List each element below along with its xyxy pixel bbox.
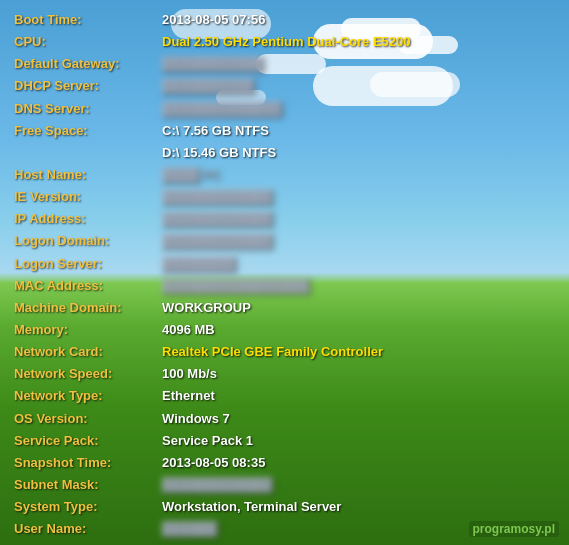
row-label: Boot Time:: [14, 10, 162, 30]
row-label: Network Speed:: [14, 364, 162, 384]
row-value: C:\ 48.83 GB NTFS: [162, 541, 555, 545]
row-value: C:\ 7.56 GB NTFS: [162, 121, 555, 141]
row-value: ███████████: [162, 54, 555, 74]
row-value: ████████████████: [162, 276, 555, 296]
row-label: Network Card:: [14, 342, 162, 362]
table-row: D:\ 15.46 GB NTFS: [14, 143, 555, 163]
row-label: Snapshot Time:: [14, 453, 162, 473]
row-label: Logon Domain:: [14, 231, 162, 251]
watermark: programosy.pl: [469, 521, 559, 537]
row-value: Workstation, Terminal Server: [162, 497, 555, 517]
table-row: Free Space:C:\ 7.56 GB NTFS: [14, 121, 555, 141]
row-value: 100 Mb/s: [162, 364, 555, 384]
info-panel: Boot Time:2013-08-05 07:56CPU:Dual 2.50 …: [0, 0, 569, 545]
table-row: Volumes:C:\ 48.83 GB NTFS: [14, 541, 555, 545]
table-row: CPU:Dual 2.50 GHz Pentium Dual-Core E520…: [14, 32, 555, 52]
row-value: Dual 2.50 GHz Pentium Dual-Core E5200: [162, 32, 555, 52]
table-row: IE Version:████████████: [14, 187, 555, 207]
row-label: Network Type:: [14, 386, 162, 406]
table-row: Boot Time:2013-08-05 07:56: [14, 10, 555, 30]
row-value: █████████████: [162, 99, 555, 119]
row-label: DHCP Server:: [14, 76, 162, 96]
row-label: DNS Server:: [14, 99, 162, 119]
row-label: System Type:: [14, 497, 162, 517]
table-row: DHCP Server:██████████: [14, 76, 555, 96]
row-value: ████████████: [162, 475, 555, 495]
row-label: Default Gateway:: [14, 54, 162, 74]
table-row: Machine Domain:WORKGROUP: [14, 298, 555, 318]
table-row: Default Gateway:███████████: [14, 54, 555, 74]
row-label: Service Pack:: [14, 431, 162, 451]
row-label: Volumes:: [14, 541, 162, 545]
table-row: MAC Address:████████████████: [14, 276, 555, 296]
row-value: 2013-08-05 07:56: [162, 10, 555, 30]
row-value: D:\ 15.46 GB NTFS: [162, 143, 555, 163]
row-label: Logon Server:: [14, 254, 162, 274]
row-value: Ethernet: [162, 386, 555, 406]
table-row: OS Version:Windows 7: [14, 409, 555, 429]
row-value: WORKGROUP: [162, 298, 555, 318]
row-label: CPU:: [14, 32, 162, 52]
table-row: System Type:Workstation, Terminal Server: [14, 497, 555, 517]
table-row: Logon Server:████████: [14, 254, 555, 274]
row-label: Memory:: [14, 320, 162, 340]
row-label: IP Address:: [14, 209, 162, 229]
table-row: Subnet Mask:████████████: [14, 475, 555, 495]
row-label: Subnet Mask:: [14, 475, 162, 495]
row-value: Windows 7: [162, 409, 555, 429]
table-row: Memory:4096 MB: [14, 320, 555, 340]
row-value: ████████████: [162, 231, 555, 251]
row-label: User Name:: [14, 519, 162, 539]
row-label: [14, 143, 162, 163]
row-value: ██████████: [162, 76, 555, 96]
row-value: ████████████: [162, 209, 555, 229]
table-row: Snapshot Time:2013-08-05 08:35: [14, 453, 555, 473]
row-value: 4096 MB: [162, 320, 555, 340]
table-row: Host Name:████ PC: [14, 165, 555, 185]
row-value: Realtek PCIe GBE Family Controller: [162, 342, 555, 362]
row-label: Free Space:: [14, 121, 162, 141]
table-row: Network Type:Ethernet: [14, 386, 555, 406]
row-value: ████████: [162, 254, 555, 274]
table-row: IP Address:████████████: [14, 209, 555, 229]
row-value: ████ PC: [162, 165, 555, 185]
row-value: ████████████: [162, 187, 555, 207]
table-row: Service Pack:Service Pack 1: [14, 431, 555, 451]
row-value: 2013-08-05 08:35: [162, 453, 555, 473]
table-row: Logon Domain:████████████: [14, 231, 555, 251]
row-label: Machine Domain:: [14, 298, 162, 318]
row-value: Service Pack 1: [162, 431, 555, 451]
row-label: Host Name:: [14, 165, 162, 185]
row-label: OS Version:: [14, 409, 162, 429]
row-label: MAC Address:: [14, 276, 162, 296]
row-label: IE Version:: [14, 187, 162, 207]
table-row: Network Speed:100 Mb/s: [14, 364, 555, 384]
table-row: Network Card:Realtek PCIe GBE Family Con…: [14, 342, 555, 362]
table-row: DNS Server:█████████████: [14, 99, 555, 119]
